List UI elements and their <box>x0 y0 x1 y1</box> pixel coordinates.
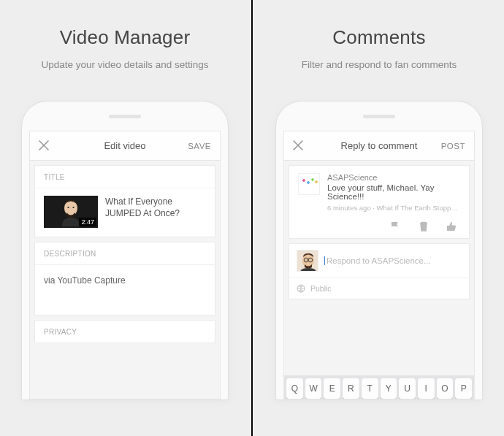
key-w[interactable]: W <box>305 378 322 399</box>
panel-video-manager: Video Manager Update your video details … <box>0 0 250 436</box>
key-r[interactable]: R <box>343 378 359 399</box>
navbar: Edit video SAVE <box>30 131 220 161</box>
video-title-text[interactable]: What If Everyone JUMPED At Once? <box>105 196 206 219</box>
comment-meta: 6 minutes ago · What If The Earth Stoppe… <box>327 204 460 212</box>
panel-title: Video Manager <box>60 26 190 49</box>
globe-icon <box>297 284 305 293</box>
comment-item: ASAPScience Love your stuff, Michael. Ya… <box>289 165 470 239</box>
screen-reply-comment: Reply to comment POST ASAPScience Love y… <box>283 131 475 399</box>
navbar-title: Edit video <box>104 140 145 151</box>
panel-comments: Comments Filter and respond to fan comme… <box>254 0 504 436</box>
comment-context-video[interactable]: What If The Earth Stopped Spinni... <box>377 204 460 212</box>
phone-frame: Edit video SAVE TITLE <box>21 101 229 400</box>
commenter-name[interactable]: ASAPScience <box>327 173 460 182</box>
navbar: Reply to comment POST <box>284 131 474 161</box>
privacy-selector[interactable]: Public <box>289 278 469 299</box>
close-button[interactable] <box>293 139 322 153</box>
trash-icon[interactable] <box>418 221 429 232</box>
description-card: DESCRIPTION via YouTube Capture <box>34 242 215 315</box>
panel-divider <box>251 0 253 436</box>
key-q[interactable]: Q <box>286 378 303 399</box>
post-button[interactable]: POST <box>436 142 465 150</box>
section-label-privacy: PRIVACY <box>35 321 215 343</box>
key-t[interactable]: T <box>362 378 378 399</box>
phone-frame: Reply to comment POST ASAPScience Love y… <box>275 101 483 400</box>
title-card: TITLE 2:47 What If Everyone JUM <box>34 165 215 237</box>
panel-subtitle: Update your video details and settings <box>42 59 209 70</box>
panel-title: Comments <box>332 26 425 49</box>
reply-card: Respond to ASAPScience... Public <box>289 243 470 299</box>
thumbs-up-icon[interactable] <box>446 221 457 232</box>
section-label-description: DESCRIPTION <box>35 242 215 265</box>
phone-speaker <box>109 115 141 118</box>
key-p[interactable]: P <box>455 378 472 399</box>
description-text[interactable]: via YouTube Capture <box>35 265 215 315</box>
panel-subtitle: Filter and respond to fan comments <box>302 59 457 70</box>
commenter-avatar[interactable] <box>298 173 320 195</box>
screen-edit-video: Edit video SAVE TITLE <box>29 131 221 399</box>
privacy-card[interactable]: PRIVACY <box>34 320 215 343</box>
phone-speaker <box>363 115 395 118</box>
flag-icon[interactable] <box>390 221 402 232</box>
close-icon <box>293 140 303 150</box>
text-caret <box>324 256 325 265</box>
privacy-label: Public <box>310 284 332 293</box>
avatar-face-icon <box>297 250 318 272</box>
comment-text: Love your stuff, Michael. Yay Science!!! <box>327 183 460 201</box>
key-y[interactable]: Y <box>381 378 397 399</box>
comment-time: 6 minutes ago <box>327 204 371 212</box>
svg-point-1 <box>67 207 69 208</box>
reply-placeholder: Respond to ASAPScience... <box>327 256 462 265</box>
svg-rect-3 <box>421 223 427 231</box>
navbar-title: Reply to comment <box>341 140 418 151</box>
key-i[interactable]: I <box>418 378 435 399</box>
video-thumbnail[interactable]: 2:47 <box>44 196 98 228</box>
key-u[interactable]: U <box>399 378 416 399</box>
keyboard: Q W E R T Y U I O P <box>284 375 474 399</box>
key-o[interactable]: O <box>437 378 454 399</box>
svg-point-2 <box>72 207 74 208</box>
reply-input[interactable]: Respond to ASAPScience... <box>324 256 462 265</box>
close-icon <box>39 140 49 150</box>
thumbnail-duration: 2:47 <box>79 218 96 226</box>
title-row[interactable]: 2:47 What If Everyone JUMPED At Once? <box>35 188 215 237</box>
user-avatar[interactable] <box>297 250 318 272</box>
close-button[interactable] <box>39 139 68 153</box>
section-label-title: TITLE <box>35 166 215 188</box>
save-button[interactable]: SAVE <box>182 142 211 150</box>
key-e[interactable]: E <box>324 378 340 399</box>
